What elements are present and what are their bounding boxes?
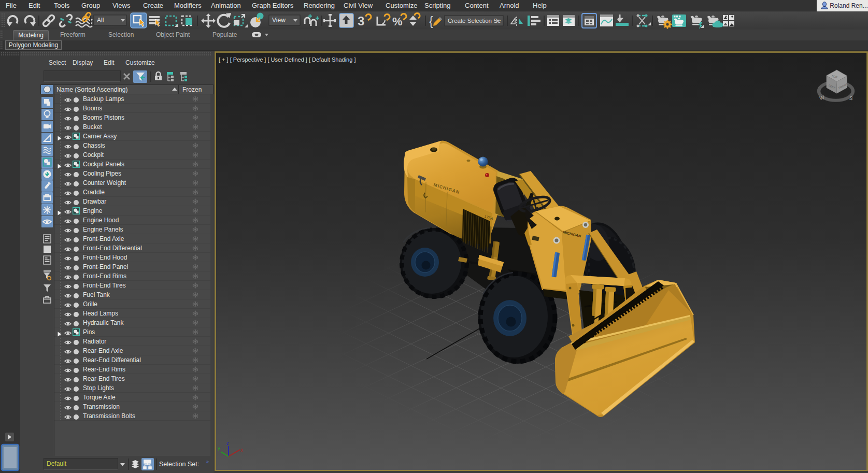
svg-text:Selection Set:: Selection Set: [159, 461, 199, 468]
svg-text:{: { [429, 15, 433, 28]
svg-text:3: 3 [358, 14, 364, 28]
svg-text:[ + ] [ Perspective ] [ User D: [ + ] [ Perspective ] [ User Defined ] [… [219, 56, 355, 63]
svg-text:%: % [392, 15, 403, 28]
svg-text:z: z [226, 440, 229, 446]
svg-text:View: View [272, 17, 286, 24]
svg-text:x: x [240, 447, 243, 453]
svg-text:Create Selection Se: Create Selection Se [448, 18, 501, 24]
svg-text:All: All [97, 17, 104, 24]
svg-text:y: y [218, 446, 220, 451]
svg-text:»: » [206, 459, 209, 464]
